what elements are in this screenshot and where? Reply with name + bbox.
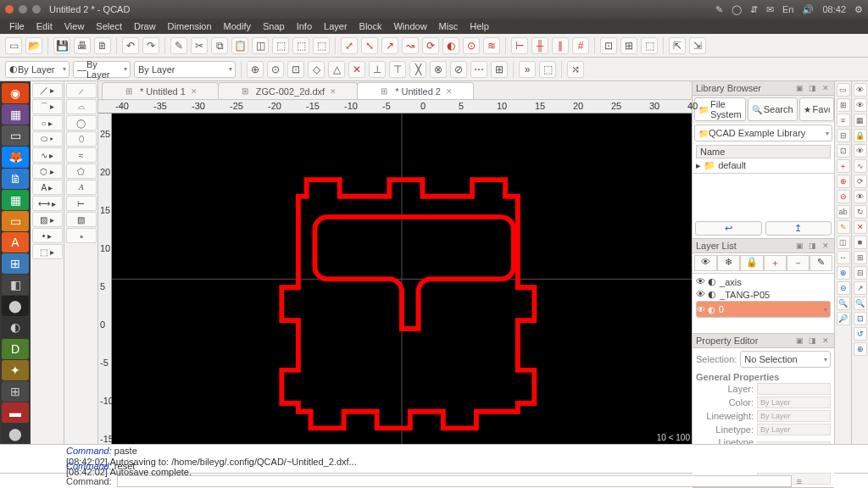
launcher-item[interactable]: ◐ bbox=[2, 317, 29, 337]
rtool-icon[interactable]: ↻ bbox=[854, 205, 867, 219]
tray-icon[interactable]: ⇵ bbox=[750, 4, 758, 15]
pdf-icon[interactable]: 🗎 bbox=[94, 37, 111, 54]
tool-icon[interactable]: ⊢ bbox=[511, 37, 528, 54]
launcher-item[interactable]: ⊞ bbox=[2, 381, 29, 402]
close-tab-icon[interactable]: ✕ bbox=[446, 87, 453, 96]
tool-icon[interactable]: ⬚ bbox=[292, 37, 309, 54]
tool-icon[interactable]: ⬚ bbox=[272, 37, 289, 54]
menu-info[interactable]: Info bbox=[292, 20, 316, 32]
tool-icon[interactable]: ⟋ bbox=[66, 83, 97, 98]
snap-icon[interactable]: ╳ bbox=[409, 61, 426, 78]
drawing-canvas[interactable]: 10 < 100 bbox=[112, 114, 692, 444]
snap-icon[interactable]: ✕ bbox=[348, 61, 365, 78]
rtool-icon[interactable]: ✎ bbox=[837, 220, 850, 234]
tool-point-icon[interactable]: • ▸ bbox=[32, 228, 63, 243]
layer-select[interactable]: ◐ By Layer bbox=[5, 61, 70, 78]
rtool-icon[interactable]: ⊡ bbox=[837, 144, 850, 158]
tool-icon[interactable]: ⤢ bbox=[341, 37, 358, 54]
tool-poly-icon[interactable]: ⬡ ▸ bbox=[32, 164, 63, 179]
tool-dim-icon[interactable]: ⟷ ▸ bbox=[32, 196, 63, 211]
rtool-icon[interactable]: ⊕ bbox=[854, 342, 867, 356]
rtool-icon[interactable]: ▭ bbox=[837, 83, 850, 97]
rtool-icon[interactable]: ⊖ bbox=[837, 281, 850, 295]
rtool-icon[interactable]: ab bbox=[837, 205, 850, 219]
rtool-icon[interactable]: ⊡ bbox=[854, 312, 867, 325]
tool-spline-icon[interactable]: ∿ ▸ bbox=[32, 147, 63, 163]
lang-indicator[interactable]: En bbox=[782, 4, 793, 14]
close-icon[interactable] bbox=[5, 5, 14, 14]
tool-icon[interactable]: # bbox=[572, 37, 589, 54]
open-icon[interactable]: 📂 bbox=[25, 37, 42, 54]
prop-value[interactable]: By Layer bbox=[757, 424, 831, 435]
tray-icon[interactable]: ✉ bbox=[766, 4, 774, 15]
rtool-icon[interactable]: 👁 bbox=[854, 144, 867, 158]
layer-row[interactable]: 👁 ◐ _axis bbox=[696, 275, 831, 288]
rtool-icon[interactable]: ⊞ bbox=[854, 251, 867, 264]
tool-icon[interactable]: ⊡ bbox=[600, 37, 617, 54]
rtool-icon[interactable]: ⊟ bbox=[854, 266, 867, 280]
tray-icon[interactable]: ✎ bbox=[715, 4, 723, 15]
rtool-icon[interactable]: ⊖ bbox=[837, 190, 850, 203]
lib-up-btn[interactable]: ↥ bbox=[765, 221, 832, 236]
prop-value[interactable] bbox=[757, 383, 831, 395]
rtool-icon[interactable]: ⊕ bbox=[837, 266, 850, 280]
snap-icon[interactable]: ⊗ bbox=[430, 61, 447, 78]
lib-tab-fav[interactable]: ★ Favorites bbox=[799, 97, 834, 121]
tool-icon[interactable]: ⬚ bbox=[641, 37, 658, 54]
layer-row[interactable]: 👁 ◐ 0 bbox=[696, 301, 831, 318]
snap-icon[interactable]: » bbox=[519, 61, 536, 78]
tool-ellipse-icon[interactable]: ⬭ ▸ bbox=[32, 131, 63, 147]
cut-icon[interactable]: ✂ bbox=[191, 37, 208, 54]
tool-icon[interactable]: 𝐴 bbox=[66, 180, 97, 195]
snap-icon[interactable]: ⊥ bbox=[369, 61, 386, 78]
rtool-icon[interactable]: ▦ bbox=[854, 114, 867, 127]
layer-lock-icon[interactable]: 🔒 bbox=[740, 255, 763, 271]
menu-select[interactable]: Select bbox=[92, 20, 126, 32]
launcher-item[interactable]: ▭ bbox=[2, 211, 29, 231]
launcher-item[interactable]: ▦ bbox=[2, 104, 29, 125]
menu-block[interactable]: Block bbox=[355, 20, 387, 32]
close-tab-icon[interactable]: ✕ bbox=[191, 87, 198, 96]
menu-window[interactable]: Window bbox=[389, 20, 431, 32]
tab-untitled1[interactable]: ⊞* Untitled 1✕ bbox=[102, 82, 219, 99]
gear-icon[interactable]: ⚙ bbox=[854, 4, 863, 15]
rtool-icon[interactable]: 🔎 bbox=[837, 312, 850, 325]
tool-circle-icon[interactable]: ○ ▸ bbox=[32, 115, 63, 130]
rtool-icon[interactable]: 👁 bbox=[854, 98, 867, 112]
lib-item[interactable]: ▸ 📁 default bbox=[696, 160, 831, 171]
rtool-icon[interactable]: 👁 bbox=[854, 190, 867, 203]
new-icon[interactable]: ▭ bbox=[5, 37, 22, 54]
lib-back-btn[interactable]: ↩ bbox=[695, 221, 762, 236]
tool-icon[interactable]: ↗ bbox=[381, 37, 398, 54]
launcher-item[interactable]: 🦊 bbox=[2, 147, 29, 167]
launcher-item[interactable]: ◧ bbox=[2, 274, 29, 295]
rtool-icon[interactable]: ∿ bbox=[854, 159, 867, 173]
launcher-item[interactable]: ▦ bbox=[2, 190, 29, 210]
menu-misc[interactable]: Misc bbox=[435, 20, 463, 32]
tool-icon[interactable]: ⬯ bbox=[66, 131, 97, 147]
tool-icon[interactable]: ◯ bbox=[66, 115, 97, 130]
tool-icon[interactable]: ≈ bbox=[66, 147, 97, 163]
layer-show-icon[interactable]: 👁 bbox=[694, 255, 717, 271]
menu-modify[interactable]: Modify bbox=[220, 20, 255, 32]
tool-box-icon[interactable]: ⬚ ▸ bbox=[32, 244, 63, 259]
layer-add-icon[interactable]: ＋ bbox=[764, 255, 787, 271]
launcher-item[interactable]: ▭ bbox=[2, 125, 29, 146]
save-icon[interactable]: 💾 bbox=[53, 37, 70, 54]
tool-icon[interactable]: ⇲ bbox=[689, 37, 706, 54]
tab-zgc[interactable]: ⊞ZGC-002_2d.dxf✕ bbox=[218, 82, 358, 99]
redo-icon[interactable]: ↷ bbox=[142, 37, 159, 54]
tool-icon[interactable]: ⊢ bbox=[66, 196, 97, 211]
menu-view[interactable]: View bbox=[60, 20, 89, 32]
lib-tab-search[interactable]: 🔍 Search bbox=[748, 97, 798, 121]
layer-del-icon[interactable]: － bbox=[787, 255, 810, 271]
tool-icon[interactable]: ⇱ bbox=[669, 37, 686, 54]
menu-edit[interactable]: Edit bbox=[32, 20, 57, 32]
tool-icon[interactable]: ⬚ bbox=[313, 37, 330, 54]
menu-snap[interactable]: Snap bbox=[259, 20, 289, 32]
rtool-icon[interactable]: ✕ bbox=[854, 220, 867, 234]
prop-value[interactable]: By Layer bbox=[757, 396, 831, 408]
rtool-icon[interactable]: ⊕ bbox=[837, 175, 850, 188]
layer-edit-icon[interactable]: ✎ bbox=[810, 255, 832, 271]
rtool-icon[interactable]: ↗ bbox=[854, 281, 867, 295]
